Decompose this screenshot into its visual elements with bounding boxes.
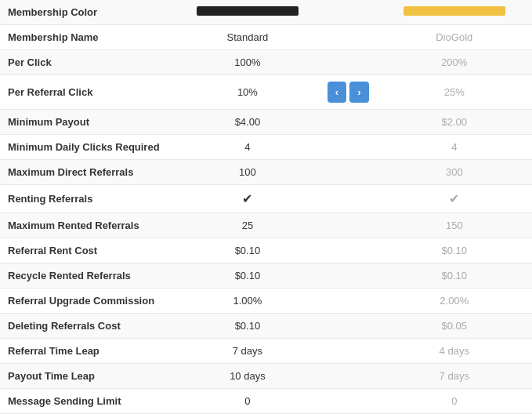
diogold-value: 2.00% [377,289,532,314]
prev-button[interactable]: ‹ [328,82,346,103]
nav-cell [320,389,377,414]
standard-value: $0.10 [176,238,320,263]
row-label: Renting Referrals [0,185,176,213]
standard-value: $0.10 [176,314,320,339]
comparison-table: Membership ColorMembership NameStandardD… [0,0,532,414]
nav-cell [320,339,377,364]
row-label: Message Sending Limit [0,389,176,414]
table-row: Renting Referrals✔✔ [0,185,532,213]
row-label: Per Click [0,50,176,75]
standard-value: $4.00 [176,110,320,135]
row-label: Referral Upgrade Commission [0,289,176,314]
standard-value: 7 days [176,339,320,364]
table-row: Deleting Referrals Cost$0.10$0.05 [0,314,532,339]
standard-value: ✔ [176,185,320,213]
diogold-value: DioGold [377,25,532,50]
table-row: Referral Upgrade Commission1.00%2.00% [0,289,532,314]
table-row: Message Sending Limit00 [0,389,532,414]
nav-cell [320,185,377,213]
standard-value: 10% [176,75,320,110]
standard-value: $0.10 [176,263,320,289]
membership-color-bar-diogold [404,6,505,16]
standard-value [176,0,320,25]
nav-cell [320,238,377,263]
table-row: Recycle Rented Referrals$0.10$0.10 [0,263,532,289]
standard-value: 0 [176,389,320,414]
table-row: Maximum Rented Referrals25150 [0,213,532,238]
row-label: Payout Time Leap [0,364,176,389]
table-row: Membership Color [0,0,532,25]
row-label: Deleting Referrals Cost [0,314,176,339]
row-label: Recycle Rented Referrals [0,263,176,289]
row-label: Minimum Daily Clicks Required [0,135,176,160]
diogold-value: $0.05 [377,314,532,339]
table-row: Membership NameStandardDioGold [0,25,532,50]
nav-cell [320,135,377,160]
nav-buttons: ‹› [328,82,369,103]
row-label: Maximum Rented Referrals [0,213,176,238]
standard-value: 25 [176,213,320,238]
standard-value: 1.00% [176,289,320,314]
diogold-value: ✔ [377,185,532,213]
diogold-value: 300 [377,160,532,185]
table-row: Per Referral Click10%‹›25% [0,75,532,110]
nav-cell [320,263,377,289]
nav-cell: ‹› [320,75,377,110]
row-label: Maximum Direct Referrals [0,160,176,185]
nav-cell [320,50,377,75]
next-button[interactable]: › [349,82,368,103]
diogold-value [377,0,532,25]
nav-cell [320,110,377,135]
standard-value: 4 [176,135,320,160]
nav-cell [320,364,377,389]
diogold-value: $0.10 [377,238,532,263]
row-label: Membership Name [0,25,176,50]
diogold-value: 4 [377,135,532,160]
standard-value: 100 [176,160,320,185]
row-label: Referral Rent Cost [0,238,176,263]
table-row: Per Click100%200% [0,50,532,75]
diogold-value: $2.00 [377,110,532,135]
diogold-value: 200% [377,50,532,75]
membership-color-bar-standard [197,6,299,16]
nav-cell [320,25,377,50]
nav-cell [320,160,377,185]
checkmark-standard: ✔ [242,192,252,205]
nav-cell [320,289,377,314]
table-row: Minimum Daily Clicks Required44 [0,135,532,160]
diogold-value: 4 days [377,339,532,364]
diogold-value: $0.10 [377,263,532,289]
standard-value: 100% [176,50,320,75]
diogold-value: 0 [377,389,532,414]
row-label: Membership Color [0,0,176,25]
table-row: Referral Rent Cost$0.10$0.10 [0,238,532,263]
nav-cell [320,0,377,25]
row-label: Per Referral Click [0,75,176,110]
diogold-value: 25% [377,75,532,110]
table-row: Payout Time Leap10 days7 days [0,364,532,389]
table-row: Minimum Payout$4.00$2.00 [0,110,532,135]
checkmark-diogold: ✔ [449,192,459,205]
comparison-table-wrapper: Membership ColorMembership NameStandardD… [0,0,532,414]
diogold-value: 7 days [377,364,532,389]
row-label: Minimum Payout [0,110,176,135]
nav-cell [320,213,377,238]
row-label: Referral Time Leap [0,339,176,364]
table-row: Maximum Direct Referrals100300 [0,160,532,185]
table-row: Referral Time Leap7 days4 days [0,339,532,364]
diogold-value: 150 [377,213,532,238]
standard-value: Standard [176,25,320,50]
standard-value: 10 days [176,364,320,389]
nav-cell [320,314,377,339]
